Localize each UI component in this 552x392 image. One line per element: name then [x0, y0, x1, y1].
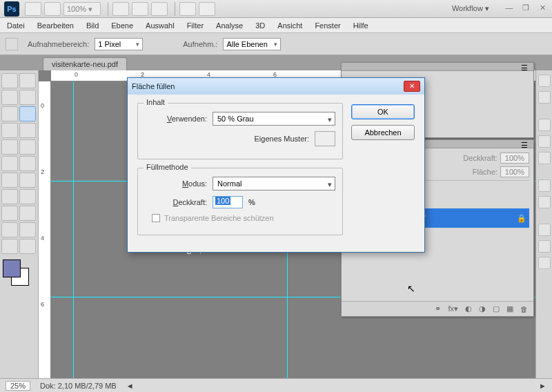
menu-analyse[interactable]: Analyse [216, 21, 243, 30]
guide[interactable] [73, 81, 74, 378]
menu-ansicht[interactable]: Ansicht [277, 21, 302, 30]
lasso-tool[interactable] [1, 90, 18, 105]
percent-label: % [248, 198, 255, 206]
blur-tool[interactable] [1, 173, 18, 188]
restore-icon[interactable]: ❐ [520, 3, 531, 14]
arrange-docs-icon[interactable] [199, 2, 215, 16]
actions-panel-icon[interactable] [538, 196, 551, 208]
adjustment-icon[interactable]: ◑ [479, 304, 486, 313]
menu-fenster[interactable]: Fenster [315, 21, 340, 30]
blend-mode-select[interactable]: Normal [213, 177, 335, 190]
pattern-picker [315, 131, 335, 146]
opacity-value[interactable]: 100% [500, 153, 529, 164]
sample-size-select[interactable]: 1 Pixel [95, 38, 143, 50]
menu-bild[interactable]: Bild [86, 21, 99, 30]
shape-tool[interactable] [19, 206, 36, 221]
stamp-tool[interactable] [1, 139, 18, 155]
mask-icon[interactable]: ◐ [465, 304, 472, 313]
preserve-transparency-checkbox[interactable] [152, 214, 160, 222]
foreground-color-swatch[interactable] [3, 259, 21, 277]
document-tab[interactable]: visitenkarte-neu.pdf [43, 57, 127, 70]
menu-filter[interactable]: Filter [187, 21, 204, 30]
opacity-input[interactable]: 100 [213, 196, 243, 208]
delete-layer-icon[interactable]: 🗑 [520, 305, 528, 313]
pen-tool[interactable] [1, 189, 18, 204]
link-layers-icon[interactable]: ⚭ [435, 304, 441, 313]
toolbar-btn[interactable] [44, 2, 61, 16]
3d-camera-tool[interactable] [19, 222, 36, 237]
move-tool[interactable] [1, 73, 18, 88]
history-brush-tool[interactable] [19, 139, 36, 155]
menubar: Datei Bearbeiten Bild Ebene Auswahl Filt… [0, 18, 552, 33]
toolbox [0, 70, 39, 378]
crop-tool[interactable] [1, 106, 18, 121]
eraser-tool[interactable] [1, 156, 18, 171]
panel-menu-icon[interactable]: ☰ [521, 141, 531, 148]
app-logo: Ps [4, 1, 19, 17]
eyedropper-tool[interactable] [19, 106, 36, 121]
fx-icon[interactable]: fx▾ [448, 304, 458, 313]
scroll-left-icon[interactable]: ◄ [126, 382, 134, 390]
fieldset-inhalt: Inhalt Verwenden: 50 % Grau Eigenes Must… [137, 103, 343, 159]
cancel-button[interactable]: Abbrechen [351, 125, 415, 140]
marquee-tool[interactable] [19, 73, 36, 88]
menu-datei[interactable]: Datei [7, 21, 25, 30]
paths-panel-icon[interactable] [538, 152, 551, 164]
eyedropper-icon[interactable] [6, 38, 18, 50]
opt-aufnehm-label: Aufnehm.: [183, 40, 217, 48]
hand-tool[interactable] [1, 239, 18, 254]
styles-panel-icon[interactable] [538, 257, 551, 269]
legend-fuell: Füllmethode [144, 163, 191, 171]
zoom-level-drop[interactable]: 100% ▾ [63, 2, 101, 16]
workspace-switcher[interactable]: Workflow ▾ [443, 2, 498, 15]
panel-menu-icon[interactable]: ☰ [521, 63, 531, 70]
zoom-tool[interactable] [19, 239, 36, 254]
layers-panel-icon[interactable] [538, 119, 551, 131]
ruler-vertical: 0 2 4 6 [39, 81, 51, 378]
use-select[interactable]: 50 % Grau [213, 112, 335, 126]
status-bar: 25% Dok: 2,10 MB/2,79 MB ◄ ► [0, 378, 552, 392]
dialog-titlebar[interactable]: Fläche füllen ✕ [128, 78, 424, 95]
gradient-tool[interactable] [19, 156, 36, 171]
menu-ebene[interactable]: Ebene [111, 21, 133, 30]
dialog-close-icon[interactable]: ✕ [404, 81, 420, 92]
group-icon[interactable]: ▢ [493, 304, 500, 313]
path-select-tool[interactable] [1, 206, 18, 221]
ok-button[interactable]: OK [351, 104, 415, 119]
zoom-readout[interactable]: 25% [6, 381, 30, 391]
menu-hilfe[interactable]: Hilfe [353, 21, 368, 30]
doc-size-readout: Dok: 2,10 MB/2,79 MB [40, 382, 117, 390]
label-muster: Eigenes Muster: [255, 135, 309, 143]
lock-icon[interactable]: 🔒 [517, 214, 526, 223]
channels-panel-icon[interactable] [538, 135, 551, 148]
swatches-panel-icon[interactable] [538, 240, 551, 253]
menu-auswahl[interactable]: Auswahl [146, 21, 175, 30]
sample-layers-select[interactable]: Alle Ebenen [223, 38, 280, 50]
fill-value[interactable]: 100% [500, 166, 529, 177]
type-tool[interactable] [19, 189, 36, 204]
healing-tool[interactable] [1, 123, 18, 138]
zoom-tool-icon[interactable] [132, 2, 148, 16]
toolbar-btn[interactable] [25, 2, 41, 16]
app-titlebar: Ps 100% ▾ Workflow ▾ — ❐ ✕ [0, 0, 552, 18]
scroll-right-icon[interactable]: ► [539, 382, 546, 390]
3d-tool[interactable] [1, 222, 18, 237]
paragraph-panel-icon[interactable] [538, 91, 551, 104]
fill-label: Fläche: [473, 168, 497, 176]
rotate-view-icon[interactable] [151, 2, 168, 16]
screen-mode-icon[interactable] [179, 2, 196, 16]
character-panel-icon[interactable] [538, 75, 551, 87]
new-layer-icon[interactable]: ▦ [506, 304, 513, 313]
history-panel-icon[interactable] [538, 179, 551, 192]
color-swatches[interactable] [1, 259, 34, 287]
minimize-icon[interactable]: — [504, 3, 515, 14]
hand-tool-icon[interactable] [112, 2, 129, 16]
menu-3d[interactable]: 3D [255, 21, 265, 30]
opacity-label: Deckkraft: [463, 154, 497, 162]
color-panel-icon[interactable] [538, 224, 551, 236]
brush-tool[interactable] [19, 123, 36, 138]
dodge-tool[interactable] [19, 173, 36, 188]
menu-bearbeiten[interactable]: Bearbeiten [37, 21, 74, 30]
quick-select-tool[interactable] [19, 90, 36, 105]
close-icon[interactable]: ✕ [537, 3, 548, 14]
